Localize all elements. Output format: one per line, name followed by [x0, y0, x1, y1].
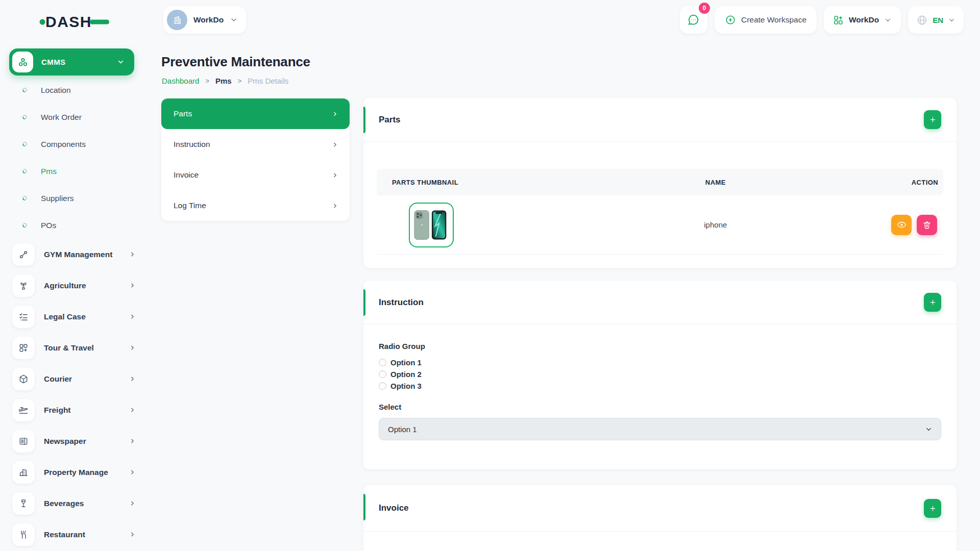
radio-option-3[interactable]: Option 3 [379, 381, 941, 390]
sidebar-item-label: Property Manage [44, 468, 120, 477]
invoice-card-header: Invoice [363, 485, 957, 532]
chevron-right-icon [129, 313, 136, 320]
create-workspace-button[interactable]: Create Workspace [715, 6, 817, 34]
building-avatar-icon [172, 14, 183, 26]
add-invoice-button[interactable] [924, 499, 941, 518]
accent-bar [363, 289, 365, 316]
invoice-card-title: Invoice [379, 503, 409, 513]
detail-menu-invoice[interactable]: Invoice [161, 160, 350, 190]
column-header-thumbnail: PARTS THUMBNAIL [377, 179, 599, 186]
chevron-right-icon [129, 407, 136, 413]
accent-bar [363, 494, 365, 520]
workspace-avatar [167, 10, 187, 30]
sidebar-item-agriculture[interactable]: Agriculture [9, 270, 144, 301]
plus-icon [929, 298, 937, 306]
sidebar-item-suppliers[interactable]: Suppliers [9, 185, 144, 212]
chevron-right-icon [332, 203, 338, 209]
column-header-action: ACTION [832, 179, 943, 186]
sidebar-item-property-manage[interactable]: Property Manage [9, 457, 144, 488]
add-instruction-button[interactable] [924, 293, 941, 312]
create-workspace-label: Create Workspace [741, 15, 806, 24]
brand-logo[interactable]: DASH [39, 11, 115, 33]
package-icon [12, 368, 35, 390]
accent-bar [363, 107, 365, 133]
parts-table-header: PARTS THUMBNAIL NAME ACTION [377, 169, 943, 195]
chevron-down-icon [117, 58, 125, 66]
view-part-button[interactable] [891, 215, 912, 235]
parts-card-header: Parts [363, 98, 957, 142]
plus-circle-icon [725, 14, 736, 26]
breadcrumb-dashboard[interactable]: Dashboard [162, 77, 199, 85]
chevron-right-icon [129, 531, 136, 538]
sidebar-item-beverages[interactable]: Beverages [9, 488, 144, 519]
sidebar-item-label: Legal Case [44, 312, 120, 321]
sidebar-item-label: Suppliers [41, 194, 74, 203]
detail-menu-parts[interactable]: Parts [161, 98, 350, 129]
sidebar-item-label: POs [41, 221, 56, 230]
bullet-icon [21, 141, 28, 147]
chevron-right-icon [129, 438, 136, 444]
chat-bubble-icon [687, 13, 700, 27]
chevron-down-icon [230, 16, 238, 24]
sidebar-item-work-order[interactable]: Work Order [9, 104, 144, 131]
sidebar-item-tour-travel[interactable]: Tour & Travel [9, 332, 144, 363]
detail-menu: Parts Instruction Invoice Log Time [161, 98, 350, 221]
plus-icon [929, 505, 937, 512]
sidebar-item-components[interactable]: Components [9, 131, 144, 158]
chevron-down-icon [925, 425, 933, 433]
chevron-right-icon [129, 344, 136, 351]
sidebar-item-label: Work Order [41, 113, 82, 122]
sidebar-item-location[interactable]: Location [9, 77, 144, 104]
sidebar-item-newspaper[interactable]: Newspaper [9, 425, 144, 457]
sidebar-item-restaurant[interactable]: Restaurant [9, 519, 144, 550]
breadcrumb-current: Pms Details [248, 77, 288, 85]
sidebar-item-pms[interactable]: Pms [9, 158, 144, 185]
radio-icon[interactable] [379, 382, 386, 390]
chevron-right-icon [129, 251, 136, 258]
radio-option-2[interactable]: Option 2 [379, 369, 941, 379]
sidebar-item-legal-case[interactable]: Legal Case [9, 301, 144, 332]
radio-option-label: Option 3 [390, 382, 422, 390]
bullet-icon [21, 87, 28, 93]
sidebar-item-pos[interactable]: POs [9, 212, 144, 239]
chevron-down-icon [948, 16, 955, 24]
bullet-icon [21, 222, 28, 229]
sidebar-modules: GYM Management Agriculture Legal Case To… [9, 239, 144, 550]
menu-item-label: Parts [174, 109, 192, 118]
sidebar-module-cmms[interactable]: CMMS [9, 48, 134, 76]
plane-icon [12, 399, 35, 421]
sidebar-item-freight[interactable]: Freight [9, 394, 144, 425]
chevron-right-icon [332, 172, 338, 179]
sidebar-item-label: Beverages [44, 499, 120, 508]
select-label: Select [379, 403, 941, 411]
messages-badge: 0 [699, 3, 710, 14]
sidebar-item-gym-management[interactable]: GYM Management [9, 239, 144, 270]
sidebar-item-label: Agriculture [44, 281, 120, 290]
radio-option-label: Option 1 [390, 358, 422, 367]
messages-button[interactable]: 0 [680, 6, 707, 34]
parts-card-title: Parts [379, 115, 401, 125]
add-part-button[interactable] [924, 110, 941, 129]
workspace-dropdown-label: WorkDo [849, 15, 879, 24]
radio-option-1[interactable]: Option 1 [379, 358, 941, 367]
workspace-selector[interactable]: WorkDo [163, 6, 246, 34]
detail-menu-log-time[interactable]: Log Time [161, 190, 350, 221]
sidebar-item-label: Newspaper [44, 437, 120, 446]
globe-icon [916, 14, 928, 26]
sidebar-item-courier[interactable]: Courier [9, 363, 144, 394]
delete-part-button[interactable] [917, 215, 937, 235]
chevron-right-icon [332, 111, 338, 117]
invoice-card: Invoice [363, 485, 957, 551]
radio-icon[interactable] [379, 370, 386, 378]
workspace-dropdown[interactable]: WorkDo [824, 6, 901, 34]
cutlery-icon [12, 523, 35, 546]
instruction-card-title: Instruction [379, 297, 424, 308]
chevron-right-icon [332, 141, 338, 148]
breadcrumb-pms[interactable]: Pms [215, 77, 232, 85]
language-dropdown[interactable]: EN [908, 6, 964, 34]
option-select[interactable]: Option 1 [379, 418, 941, 440]
grid-plus-icon [12, 337, 35, 359]
part-thumbnail[interactable] [409, 203, 454, 247]
radio-icon[interactable] [379, 359, 386, 366]
detail-menu-instruction[interactable]: Instruction [161, 129, 350, 160]
